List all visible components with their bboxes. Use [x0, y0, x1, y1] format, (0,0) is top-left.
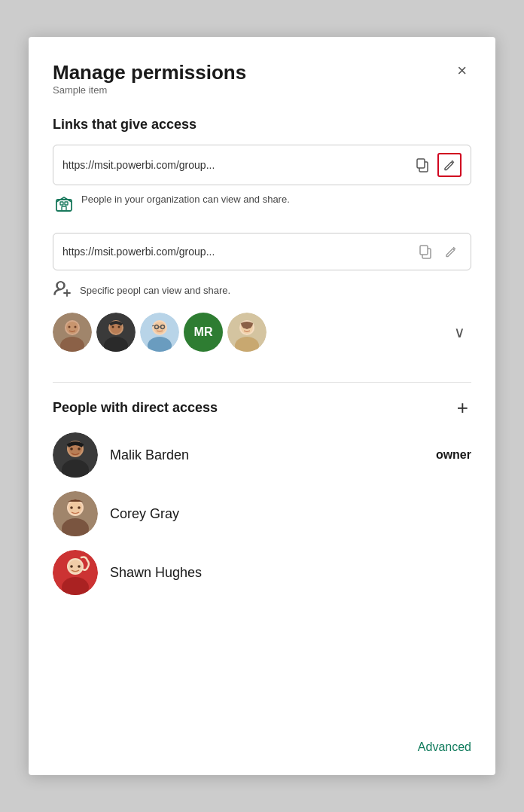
- close-button[interactable]: ×: [452, 61, 471, 81]
- avatar-3: [140, 313, 179, 352]
- copy-button-2[interactable]: [415, 241, 436, 262]
- specific-link-info: Specific peopl can view and share.: [53, 278, 471, 302]
- links-section-title: Links that give access: [53, 117, 471, 133]
- svg-point-41: [70, 447, 73, 450]
- svg-rect-2: [56, 200, 72, 211]
- svg-rect-3: [60, 202, 63, 205]
- svg-point-23: [118, 326, 120, 328]
- svg-rect-7: [420, 246, 428, 255]
- avatar-malik: [53, 432, 98, 478]
- specific-people-text: Specific peopl can view and share.: [80, 285, 230, 296]
- avatar-corey: [53, 491, 98, 536]
- avatar-mr: MR: [184, 313, 223, 352]
- person-name-corey: Corey Gray: [110, 506, 459, 522]
- link-url-1: https://msit.powerbi.com/group...: [62, 159, 406, 171]
- avatar-shawn: [53, 550, 98, 595]
- direct-access-header: People with direct access +: [53, 398, 471, 417]
- link-actions-1: [412, 153, 462, 177]
- building-icon: [54, 194, 74, 218]
- link-row-1: https://msit.powerbi.com/group...: [53, 145, 471, 185]
- edit-button-1[interactable]: [437, 153, 462, 177]
- panel-title: Manage permissions: [53, 61, 246, 84]
- svg-point-16: [69, 326, 71, 328]
- svg-point-17: [75, 326, 77, 328]
- direct-access-title: People with direct access: [53, 400, 218, 416]
- edit-button-2[interactable]: [440, 241, 462, 262]
- person-row-malik: Malik Barden owner: [53, 432, 471, 478]
- panel-header: Manage permissions Sample item ×: [53, 61, 471, 114]
- title-group: Manage permissions Sample item: [53, 61, 246, 114]
- link-info-text-1: People in your organization can view and…: [81, 193, 290, 206]
- link-info-1: People in your organization can view and…: [53, 193, 471, 218]
- svg-point-48: [78, 506, 81, 509]
- avatar-1: [53, 313, 92, 352]
- expand-avatars-button[interactable]: ∨: [448, 320, 471, 344]
- svg-rect-4: [65, 202, 68, 205]
- svg-point-54: [78, 565, 81, 568]
- section-divider: [53, 382, 471, 383]
- svg-point-53: [70, 565, 73, 568]
- avatars-row: MR ∨: [53, 313, 471, 352]
- svg-point-22: [112, 326, 114, 328]
- person-name-shawn: Shawn Hughes: [110, 565, 459, 581]
- manage-permissions-panel: Manage permissions Sample item × Links t…: [29, 37, 495, 775]
- link-row-2: https://msit.powerbi.com/group...: [53, 233, 471, 270]
- avatar-5: [227, 313, 267, 352]
- link-url-2: https://msit.powerbi.com/group...: [62, 246, 409, 258]
- add-person-button[interactable]: +: [454, 398, 471, 417]
- link-actions-2: [415, 241, 462, 262]
- specific-people-section: Specific peopl can view and share.: [53, 278, 471, 355]
- svg-rect-1: [417, 159, 425, 168]
- avatar-2: [96, 313, 136, 352]
- person-row-shawn: Shawn Hughes: [53, 550, 471, 595]
- panel-subtitle: Sample item: [53, 84, 246, 96]
- owner-badge-malik: owner: [436, 448, 471, 462]
- person-name-malik: Malik Barden: [110, 447, 424, 463]
- copy-button-1[interactable]: [412, 154, 433, 176]
- people-add-icon: [53, 278, 72, 302]
- svg-point-42: [78, 447, 81, 450]
- svg-point-47: [70, 506, 73, 509]
- person-row-corey: Corey Gray: [53, 491, 471, 536]
- advanced-link[interactable]: Advanced: [53, 731, 471, 754]
